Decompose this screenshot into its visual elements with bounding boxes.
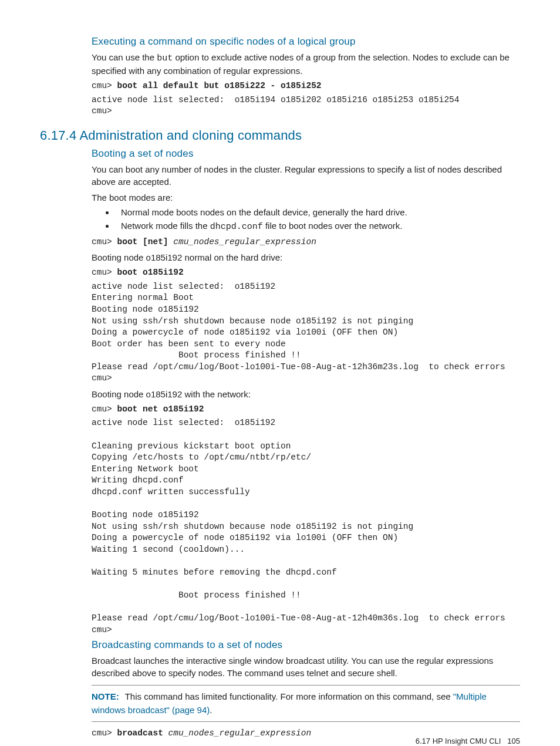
command: boot net o185i192 [117,404,204,414]
text: You can use the [92,52,157,62]
prompt: cmu> [92,81,117,90]
code-output: active node list selected: o185i194 o185… [92,94,520,117]
footer-text: 6.17 HP Insight CMU CLI [416,737,501,745]
list-item: Normal mode boots nodes on the default d… [115,207,520,217]
text: file to boot nodes over the network. [263,221,403,231]
prompt: cmu> [92,728,117,738]
bullet-list: Normal mode boots nodes on the default d… [103,207,520,232]
command: broadcast [117,728,168,738]
paragraph: You can boot any number of nodes in the … [92,163,520,188]
text: Network mode fills the [121,221,210,231]
paragraph: Broadcast launches the interactive singl… [92,654,520,679]
paragraph: Booting node o185i192 with the network: [92,388,520,400]
code-block: cmu> boot [net] cmu_nodes_regular_expres… [92,237,520,248]
note-text: This command has limited functionality. … [125,691,453,701]
inline-code: but [157,53,173,63]
code-block: cmu> boot net o185i192 [92,404,520,416]
command: boot o185i192 [117,268,184,277]
code-block: cmu> boot all default but o185i222 - o18… [92,80,520,92]
heading-admin-cloning: 6.17.4 Administration and cloning comman… [40,128,520,143]
page-footer: 6.17 HP Insight CMU CLI 105 [416,737,520,745]
note-text: . [210,705,212,715]
command: boot all default but o185i222 - o185i252 [117,81,322,90]
subheading-broadcasting: Broadcasting commands to a set of nodes [92,639,520,651]
prompt: cmu> [92,268,117,277]
code-output: active node list selected: o185i192 Clea… [92,417,520,636]
note-block: NOTE:This command has limited functional… [92,685,520,722]
code-block: cmu> boot o185i192 [92,267,520,279]
inline-code: dhcpd.conf [210,222,263,232]
note-label: NOTE: [92,691,119,701]
paragraph: The boot modes are: [92,191,520,204]
command: boot [net] [117,237,174,247]
subheading-executing-command: Executing a command on specific nodes of… [92,36,520,48]
prompt: cmu> [92,237,117,247]
paragraph: You can use the but option to exclude ac… [92,51,520,77]
page-container: Executing a command on specific nodes of… [0,0,560,746]
prompt: cmu> [92,404,117,414]
code-output: active node list selected: o185i192 Ente… [92,281,520,384]
argument: cmu_nodes_regular_expression [168,728,312,738]
list-item: Network mode fills the dhcpd.conf file t… [115,221,520,232]
page-number: 105 [507,737,520,745]
paragraph: Booting node o185i192 normal on the hard… [92,251,520,264]
subheading-booting-nodes: Booting a set of nodes [92,148,520,160]
argument: cmu_nodes_regular_expression [173,237,316,247]
